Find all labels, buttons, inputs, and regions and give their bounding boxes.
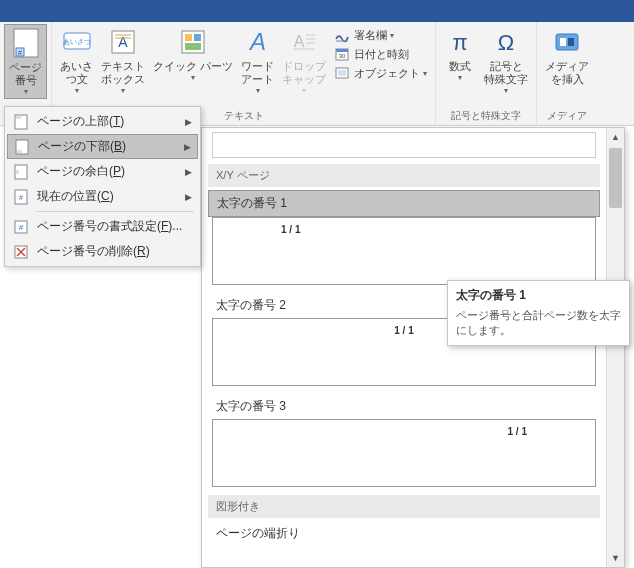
svg-rect-33	[17, 150, 22, 153]
dropdown-arrow-icon: ▾	[390, 31, 394, 40]
menu-bottom-of-page[interactable]: ページの下部(B) ▶	[7, 134, 198, 159]
dropdown-arrow-icon: ▾	[504, 86, 508, 95]
submenu-arrow-icon: ▶	[185, 117, 192, 127]
quickparts-button[interactable]: クイック パーツ ▾	[149, 24, 237, 84]
format-icon: #	[11, 217, 31, 237]
page-number-menu: ページの上部(T) ▶ ページの下部(B) ▶ ページの余白(P) ▶ # 現在…	[4, 106, 201, 267]
tooltip: 太字の番号 1 ページ番号と合計ページ数を太字にします。	[447, 280, 630, 346]
menu-current-position[interactable]: # 現在の位置(C) ▶	[7, 184, 198, 209]
media-icon	[551, 26, 583, 58]
dropdown-arrow-icon: ▾	[256, 86, 260, 95]
object-label: オブジェクト	[354, 66, 420, 81]
symbol-button[interactable]: Ω 記号と 特殊文字 ▾	[480, 24, 532, 97]
scroll-thumb[interactable]	[609, 148, 622, 208]
gallery-preview[interactable]: 1 / 1	[212, 419, 596, 487]
gallery-preview[interactable]: 1 / 1	[212, 217, 596, 285]
page-bottom-icon	[12, 137, 32, 157]
svg-rect-28	[560, 38, 566, 46]
symbol-label: 記号と 特殊文字	[484, 60, 528, 86]
remove-icon	[11, 242, 31, 262]
wordart-label: ワード アート	[241, 60, 274, 86]
aisatsu-label: あいさ つ文	[60, 60, 93, 86]
svg-text:#: #	[19, 194, 23, 201]
object-button[interactable]: オブジェクト ▾	[332, 64, 429, 82]
textbox-icon: A	[107, 26, 139, 58]
tooltip-title: 太字の番号 1	[456, 287, 621, 304]
svg-text:Ω: Ω	[498, 30, 514, 55]
svg-rect-29	[568, 38, 574, 46]
submenu-arrow-icon: ▶	[185, 192, 192, 202]
svg-rect-21	[336, 49, 348, 52]
datetime-button[interactable]: 30 日付と時刻	[332, 45, 429, 63]
svg-text:A: A	[248, 28, 266, 55]
svg-text:30: 30	[339, 53, 346, 59]
svg-text:#: #	[17, 48, 22, 57]
menu-top-of-page[interactable]: ページの上部(T) ▶	[7, 109, 198, 134]
page-number-label: ページ 番号	[9, 61, 42, 87]
gallery-preview-partial[interactable]	[212, 132, 596, 158]
quickparts-label: クイック パーツ	[153, 60, 233, 73]
equation-button[interactable]: π 数式 ▾	[440, 24, 480, 84]
page-number-button[interactable]: # ページ 番号 ▾	[4, 24, 47, 99]
svg-rect-10	[185, 34, 192, 41]
submenu-arrow-icon: ▶	[184, 142, 191, 152]
gallery-section-shapes: 図形付き	[208, 495, 600, 518]
page-number-gallery: X/Y ページ 太字の番号 1 1 / 1 太字の番号 2 1 / 1 太字の番…	[201, 127, 625, 568]
dropcap-icon: A	[288, 26, 320, 58]
svg-text:#: #	[19, 223, 24, 232]
aisatsu-icon: あいさつ	[61, 26, 93, 58]
equation-label: 数式	[449, 60, 471, 73]
gallery-item-pagefold[interactable]: ページの端折り	[208, 521, 600, 546]
quickparts-icon	[177, 26, 209, 58]
tooltip-description: ページ番号と合計ページ数を太字にします。	[456, 308, 621, 339]
dropdown-arrow-icon: ▾	[24, 87, 28, 96]
group-media-label: メディア	[541, 107, 593, 124]
textbox-button[interactable]: A テキスト ボックス ▾	[97, 24, 149, 97]
menu-format-page-numbers[interactable]: # ページ番号の書式設定(F)...	[7, 214, 198, 239]
menu-remove-page-numbers[interactable]: ページ番号の削除(R)	[7, 239, 198, 264]
svg-rect-12	[185, 43, 201, 50]
gallery-scrollbar[interactable]: ▲ ▼	[606, 128, 624, 567]
dropdown-arrow-icon: ▾	[458, 73, 462, 82]
wordart-icon: A	[242, 26, 274, 58]
current-position-icon: #	[11, 187, 31, 207]
page-number-sample: 1 / 1	[508, 426, 527, 437]
gallery-item-bold1[interactable]: 太字の番号 1	[208, 190, 600, 217]
svg-rect-11	[194, 34, 201, 41]
page-number-sample: 1 / 1	[394, 325, 413, 336]
svg-rect-35	[16, 170, 19, 174]
gallery-section-xy: X/Y ページ	[208, 164, 600, 187]
svg-text:A: A	[118, 34, 128, 50]
scroll-down-button[interactable]: ▼	[607, 549, 624, 567]
page-number-sample: 1 / 1	[281, 224, 300, 235]
dropdown-arrow-icon: ▾	[121, 86, 125, 95]
datetime-label: 日付と時刻	[354, 47, 409, 62]
menu-separator	[37, 211, 194, 212]
aisatsu-button[interactable]: あいさつ あいさ つ文 ▾	[56, 24, 97, 97]
equation-icon: π	[444, 26, 476, 58]
svg-rect-24	[338, 70, 346, 76]
svg-text:π: π	[452, 30, 467, 55]
symbol-icon: Ω	[490, 26, 522, 58]
dropdown-arrow-icon: ▾	[423, 69, 427, 78]
dropdown-arrow-icon: ▾	[191, 73, 195, 82]
media-button[interactable]: メディア を挿入	[541, 24, 593, 88]
wordart-button[interactable]: A ワード アート ▾	[237, 24, 278, 97]
svg-rect-31	[16, 116, 21, 119]
svg-text:あいさつ: あいさつ	[63, 38, 91, 46]
submenu-arrow-icon: ▶	[185, 167, 192, 177]
page-number-icon: #	[10, 27, 42, 59]
page-top-icon	[11, 112, 31, 132]
scroll-up-button[interactable]: ▲	[607, 128, 624, 146]
menu-page-margin[interactable]: ページの余白(P) ▶	[7, 159, 198, 184]
dropdown-arrow-icon: ▾	[75, 86, 79, 95]
signature-label: 署名欄	[354, 28, 387, 43]
signature-button[interactable]: 署名欄 ▾	[332, 26, 429, 44]
svg-text:A: A	[294, 33, 305, 50]
page-margin-icon	[11, 162, 31, 182]
title-bar	[0, 0, 634, 22]
dropcap-button[interactable]: A ドロップ キャップ ▾	[278, 24, 330, 97]
gallery-item-bold3[interactable]: 太字の番号 3	[208, 394, 600, 419]
dropdown-arrow-icon: ▾	[302, 86, 306, 95]
svg-rect-27	[556, 34, 578, 50]
